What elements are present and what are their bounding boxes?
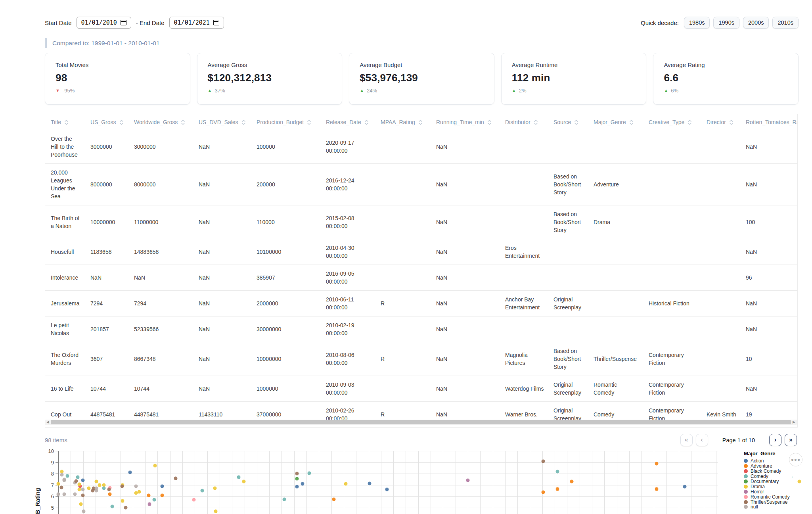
table-cell: [375, 376, 431, 402]
scatter-point: [65, 474, 69, 478]
legend-item-thriller-suspense: Thriller/Suspense: [744, 499, 790, 504]
y-axis-tick: [56, 462, 58, 463]
start-date-input[interactable]: 01/01/2010: [77, 17, 131, 29]
table-cell: [548, 130, 588, 164]
column-header-US_DVD_Sales[interactable]: US_DVD_Sales: [193, 114, 251, 130]
gridline-vertical: [431, 451, 431, 514]
table-cell: Original Screenplay: [548, 376, 588, 402]
gridline-vertical: [356, 451, 356, 514]
table-cell: NaN: [431, 205, 500, 239]
stat-delta-value: 24%: [367, 88, 377, 94]
chart-actions-menu-button[interactable]: ●●●: [789, 453, 802, 466]
scatter-point: [79, 502, 82, 506]
legend-item-label: Comedy: [751, 474, 768, 479]
column-header-Source[interactable]: Source: [548, 114, 588, 130]
column-header-label: Distributor: [505, 119, 530, 125]
table-header-row: TitleUS_GrossWorldwide_GrossUS_DVD_Sales…: [45, 114, 798, 130]
sort-icon: [307, 120, 311, 125]
scatter-point: [137, 490, 141, 494]
table-cell: 3607: [85, 342, 128, 376]
column-header-Running_Time_min[interactable]: Running_Time_min: [431, 114, 500, 130]
table-cell: [701, 239, 740, 265]
gridline-vertical: [71, 451, 71, 514]
table-cell: NaN: [740, 291, 798, 316]
scatter-point: [570, 480, 574, 483]
table-cell: [588, 316, 643, 342]
table-cell: 10: [740, 342, 798, 376]
table-cell: Jerusalema: [45, 291, 85, 316]
table-cell: NaN: [740, 164, 798, 205]
legend-item-drama: Drama: [744, 484, 790, 489]
scrollbar-thumb[interactable]: [51, 420, 791, 424]
column-header-label: Worldwide_Gross: [134, 119, 178, 125]
table-cell: NaN: [431, 376, 500, 402]
table-cell: [500, 130, 548, 164]
stat-delta: ▲2%: [512, 88, 636, 94]
column-header-Worldwide_Gross[interactable]: Worldwide_Gross: [128, 114, 193, 130]
table-cell: Anchor Bay Entertainment: [500, 291, 548, 316]
chart-legend: Major_Genre ActionAdventureBlack ComedyC…: [744, 451, 792, 510]
table-cell: 100000: [251, 130, 320, 164]
table-cell: 10100000: [251, 239, 320, 265]
scatter-point: [344, 482, 348, 485]
gridline-vertical: [220, 451, 220, 514]
scatter-point: [60, 473, 64, 477]
column-header-Major_Genre[interactable]: Major_Genre: [588, 114, 643, 130]
scatter-point: [283, 497, 286, 501]
end-date-label: - End Date: [136, 19, 165, 26]
stat-card: Average Budget$53,976,139▲24%: [349, 53, 494, 105]
column-header-MPAA_Rating[interactable]: MPAA_Rating: [375, 114, 431, 130]
decade-button-2000s[interactable]: 2000s: [743, 17, 769, 29]
table-cell: Based on Book/Short Story: [548, 205, 588, 239]
column-header-Director[interactable]: Director: [701, 114, 740, 130]
table-cell: [588, 239, 643, 265]
table-cell: NaN: [740, 130, 798, 164]
column-header-Production_Budget[interactable]: Production_Budget: [251, 114, 320, 130]
scroll-left-arrow-icon[interactable]: ◀: [45, 420, 51, 425]
calendar-icon: [121, 20, 126, 25]
table-cell: 20,000 Leagues Under the Sea: [45, 164, 85, 205]
scatter-point: [81, 488, 85, 491]
table-cell: NaN: [193, 130, 251, 164]
sort-icon: [729, 120, 733, 125]
table-cell: NaN: [85, 265, 128, 291]
decade-button-1990s[interactable]: 1990s: [713, 17, 739, 29]
sort-icon: [688, 120, 692, 125]
column-header-Title[interactable]: Title: [45, 114, 85, 130]
column-header-US_Gross[interactable]: US_Gross: [85, 114, 128, 130]
column-header-Distributor[interactable]: Distributor: [500, 114, 548, 130]
scatter-point: [301, 482, 304, 485]
table-horizontal-scrollbar[interactable]: ◀ ▶: [45, 420, 797, 425]
table-cell: 385907: [251, 265, 320, 291]
decade-button-1980s[interactable]: 1980s: [684, 17, 710, 29]
gridline-vertical: [381, 451, 381, 514]
table-cell: NaN: [128, 265, 193, 291]
end-date-input[interactable]: 01/01/2021: [169, 17, 224, 29]
scatter-point: [192, 498, 195, 502]
legend-item-null: null: [744, 504, 790, 510]
column-header-Release_Date[interactable]: Release_Date: [320, 114, 375, 130]
legend-item-adventure: Adventure: [744, 464, 790, 469]
column-header-Rotten_Tomatoes_Rating[interactable]: Rotten_Tomatoes_Rating: [740, 114, 798, 130]
stat-delta-value: 37%: [214, 88, 225, 94]
y-axis-tick-label: 5: [40, 505, 54, 511]
scatter-point: [91, 489, 94, 493]
column-header-Creative_Type[interactable]: Creative_Type: [643, 114, 701, 130]
stat-delta: ▲24%: [360, 88, 484, 94]
scatter-point: [466, 479, 469, 482]
legend-swatch-icon: [744, 500, 748, 504]
scroll-right-arrow-icon[interactable]: ▶: [791, 420, 797, 425]
scatter-point: [161, 484, 164, 488]
legend-item-label: Thriller/Suspense: [751, 499, 787, 505]
y-axis-tick: [56, 474, 58, 474]
table-cell: NaN: [740, 239, 798, 265]
page-indicator: Page 1 of 10: [722, 437, 755, 443]
table-cell: NaN: [740, 316, 798, 342]
gridline-vertical: [480, 451, 481, 514]
legend-swatch-icon: [744, 490, 748, 494]
decade-button-2010s[interactable]: 2010s: [772, 17, 799, 29]
gridline-vertical: [133, 451, 133, 514]
table-cell: 2010-09-03 00:00:00: [320, 376, 375, 402]
scatter-point: [98, 483, 101, 487]
table-row: 20,000 Leagues Under the Sea800000080000…: [45, 164, 798, 205]
